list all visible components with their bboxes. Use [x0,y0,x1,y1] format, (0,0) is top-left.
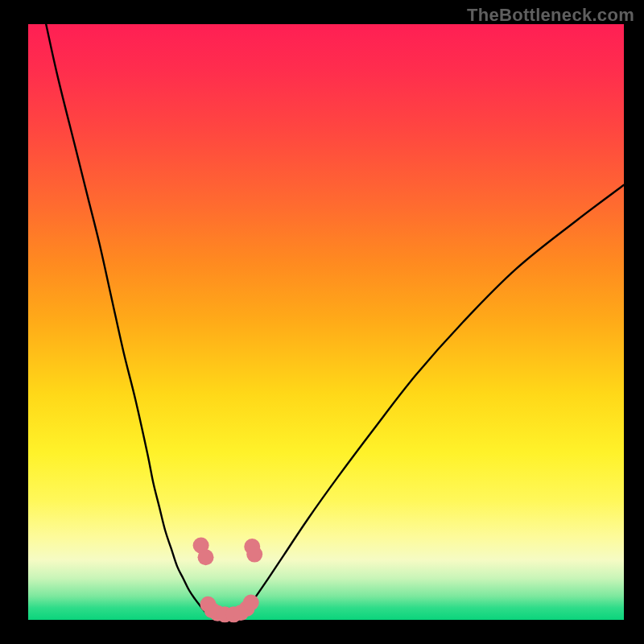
marker-point [198,549,214,565]
marker-point [243,595,259,611]
chart-frame: TheBottleneck.com [0,0,644,644]
curve-left-curve [46,24,207,614]
chart-svg [0,0,644,644]
curve-right-curve [242,185,624,614]
marker-layer [193,538,263,623]
curve-layer [46,24,624,614]
marker-point [246,547,262,563]
